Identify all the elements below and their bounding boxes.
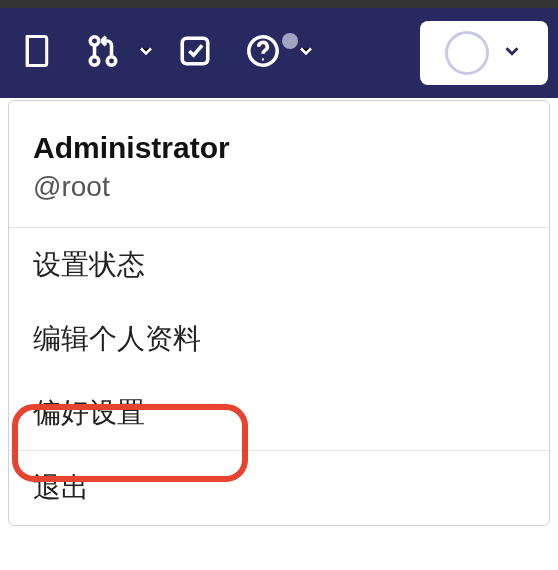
- menu-item-sign-out[interactable]: 退出: [9, 451, 549, 525]
- user-display-name: Administrator: [33, 131, 525, 165]
- chevron-down-icon: [501, 40, 523, 66]
- menu-item-set-status[interactable]: 设置状态: [9, 228, 549, 302]
- issues-icon: [22, 34, 52, 72]
- user-handle: @root: [33, 171, 525, 203]
- svg-point-2: [107, 57, 116, 66]
- user-dropdown: Administrator @root 设置状态 编辑个人资料 偏好设置 退出: [8, 100, 550, 526]
- merge-requests-button[interactable]: [74, 25, 132, 81]
- issues-button[interactable]: [10, 25, 64, 81]
- todos-button[interactable]: [166, 25, 224, 81]
- user-menu-toggle[interactable]: [420, 21, 548, 85]
- menu-item-edit-profile[interactable]: 编辑个人资料: [9, 302, 549, 376]
- svg-point-5: [262, 58, 264, 60]
- svg-point-0: [90, 37, 99, 46]
- merge-request-icon: [86, 34, 120, 72]
- svg-point-1: [90, 57, 99, 66]
- dropdown-header: Administrator @root: [9, 113, 549, 228]
- top-navbar: [0, 8, 558, 98]
- help-button[interactable]: [234, 25, 292, 81]
- chevron-down-icon[interactable]: [136, 41, 156, 65]
- avatar: [445, 31, 489, 75]
- chevron-down-icon[interactable]: [296, 41, 316, 65]
- notification-dot: [282, 33, 298, 49]
- todo-icon: [178, 34, 212, 72]
- help-icon: [246, 34, 280, 72]
- browser-chrome-strip: [0, 0, 558, 8]
- menu-item-preferences[interactable]: 偏好设置: [9, 376, 549, 450]
